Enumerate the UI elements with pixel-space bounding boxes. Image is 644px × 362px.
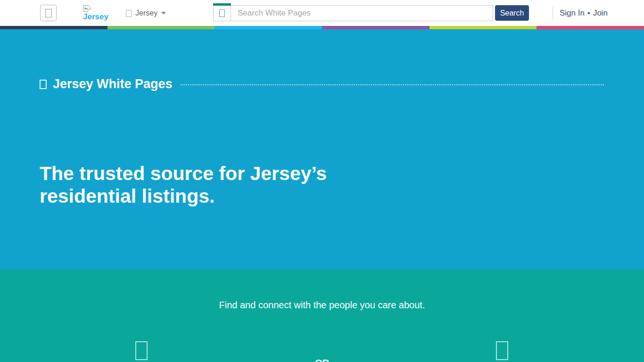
logo-broken-image-icon bbox=[83, 5, 91, 12]
header-divider bbox=[553, 7, 553, 19]
location-label: Jersey bbox=[135, 9, 157, 17]
location-dropdown[interactable]: Jersey bbox=[126, 8, 166, 18]
menu-button[interactable] bbox=[40, 5, 57, 21]
connect-option-left-icon[interactable] bbox=[135, 341, 148, 360]
search-input[interactable] bbox=[231, 6, 493, 21]
search-bar bbox=[213, 5, 493, 21]
stripe-segment bbox=[215, 26, 322, 29]
page-title-row: Jersey White Pages bbox=[40, 77, 604, 91]
stripe-segment bbox=[322, 26, 429, 29]
search-button[interactable]: Search bbox=[495, 5, 529, 21]
brand-stripe bbox=[0, 26, 644, 29]
dotted-divider bbox=[181, 84, 604, 85]
connect-option-right-icon[interactable] bbox=[496, 341, 508, 360]
search-category-selector[interactable] bbox=[214, 6, 231, 21]
stripe-segment bbox=[0, 26, 107, 29]
logo-text: Jersey bbox=[83, 12, 108, 22]
hero-section: Jersey White Pages The trusted source fo… bbox=[0, 29, 644, 270]
headline-line1: The trusted source for Jersey’s bbox=[40, 163, 327, 184]
auth-links: Sign In • Join bbox=[560, 0, 608, 26]
location-icon bbox=[126, 10, 132, 17]
person-search-icon bbox=[219, 9, 225, 17]
join-link[interactable]: Join bbox=[593, 8, 608, 18]
or-label: OR bbox=[0, 358, 644, 362]
stripe-segment bbox=[429, 26, 537, 29]
page-title: Jersey White Pages bbox=[53, 77, 173, 91]
headline: The trusted source for Jersey’s resident… bbox=[40, 162, 327, 207]
sign-in-link[interactable]: Sign In bbox=[560, 8, 585, 18]
menu-icon bbox=[45, 9, 52, 17]
logo[interactable]: Jersey bbox=[83, 5, 108, 22]
tagline: Find and connect with the people you car… bbox=[0, 300, 644, 311]
stripe-segment bbox=[107, 26, 215, 29]
stripe-segment bbox=[537, 26, 644, 29]
search-category-active-tab bbox=[213, 3, 231, 6]
chevron-down-icon bbox=[161, 12, 166, 15]
connect-section: Find and connect with the people you car… bbox=[0, 270, 644, 362]
headline-line2: residential listings. bbox=[40, 185, 215, 207]
auth-separator: • bbox=[587, 8, 590, 18]
white-pages-icon bbox=[40, 80, 47, 89]
top-header: Jersey Jersey Search Sign In • Join bbox=[0, 0, 644, 26]
